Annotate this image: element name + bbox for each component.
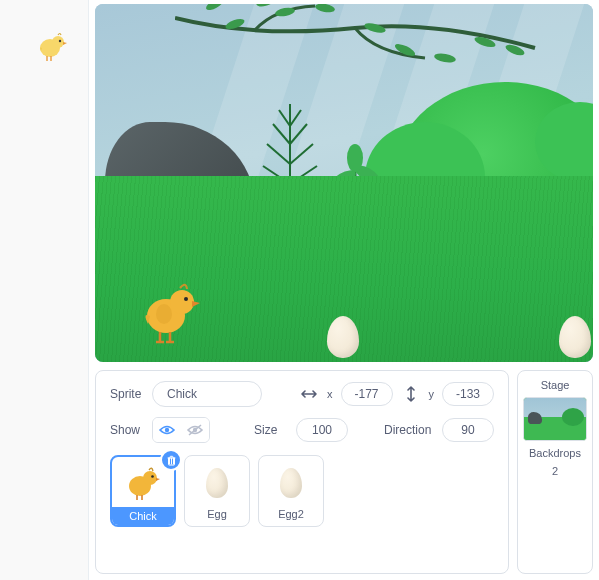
svg-point-19: [170, 290, 194, 314]
script-sprite-preview: [36, 32, 68, 62]
sprite-egg2-on-stage[interactable]: [559, 316, 591, 358]
direction-input[interactable]: 90: [442, 418, 494, 442]
svg-point-13: [204, 4, 225, 12]
chick-icon: [125, 461, 161, 507]
sprite-tile-egg2[interactable]: Egg2: [258, 455, 324, 527]
stage-title: Stage: [541, 379, 570, 391]
x-input[interactable]: -177: [341, 382, 393, 406]
x-label: x: [327, 388, 333, 400]
size-input[interactable]: 100: [296, 418, 348, 442]
sprite-tile-label: Egg: [207, 506, 227, 522]
sprite-name-input[interactable]: Chick: [152, 381, 262, 407]
sprite-name-label: Sprite: [110, 387, 144, 401]
y-label: y: [429, 388, 435, 400]
sprite-tile-egg[interactable]: Egg: [184, 455, 250, 527]
svg-point-2: [59, 40, 61, 42]
sprite-info-panel: Sprite Chick x -177 y -133 Show: [95, 370, 509, 574]
sprite-tile-label: Chick: [112, 507, 174, 525]
sprite-chick-on-stage[interactable]: [140, 282, 202, 344]
svg-point-14: [255, 4, 274, 8]
stage-canvas[interactable]: [95, 4, 593, 362]
visibility-toggle: [152, 417, 210, 443]
svg-point-28: [143, 471, 157, 485]
sprite-list: Chick Egg Egg2: [110, 455, 494, 527]
svg-point-20: [184, 297, 188, 301]
svg-point-7: [314, 4, 335, 14]
eye-open-icon: [159, 424, 175, 436]
stage-backdrop-thumb[interactable]: [523, 397, 587, 441]
trash-icon: [166, 455, 177, 466]
svg-point-29: [151, 475, 154, 478]
svg-point-24: [165, 428, 169, 432]
svg-point-17: [347, 144, 363, 172]
show-button[interactable]: [153, 418, 181, 442]
backdrops-label: Backdrops: [529, 447, 581, 459]
svg-point-21: [156, 304, 172, 324]
horizontal-arrows-icon: [299, 388, 319, 400]
hide-button[interactable]: [181, 418, 209, 442]
sprite-tile-label: Egg2: [278, 506, 304, 522]
svg-point-8: [363, 21, 386, 34]
svg-point-1: [52, 36, 64, 48]
delete-sprite-button[interactable]: [160, 449, 182, 471]
svg-point-10: [433, 52, 456, 64]
show-label: Show: [110, 423, 144, 437]
sprite-tile-chick[interactable]: Chick: [110, 455, 176, 527]
size-label: Size: [254, 423, 288, 437]
egg-icon: [280, 460, 302, 506]
script-area: [0, 0, 89, 580]
backdrop-branches: [175, 4, 555, 88]
egg-icon: [206, 460, 228, 506]
sprite-egg-on-stage[interactable]: [327, 316, 359, 358]
eye-closed-icon: [187, 424, 203, 436]
direction-label: Direction: [384, 423, 434, 437]
backdrops-count: 2: [552, 465, 558, 477]
stage-panel: Stage Backdrops 2: [517, 370, 593, 574]
vertical-arrows-icon: [401, 386, 421, 402]
y-input[interactable]: -133: [442, 382, 494, 406]
